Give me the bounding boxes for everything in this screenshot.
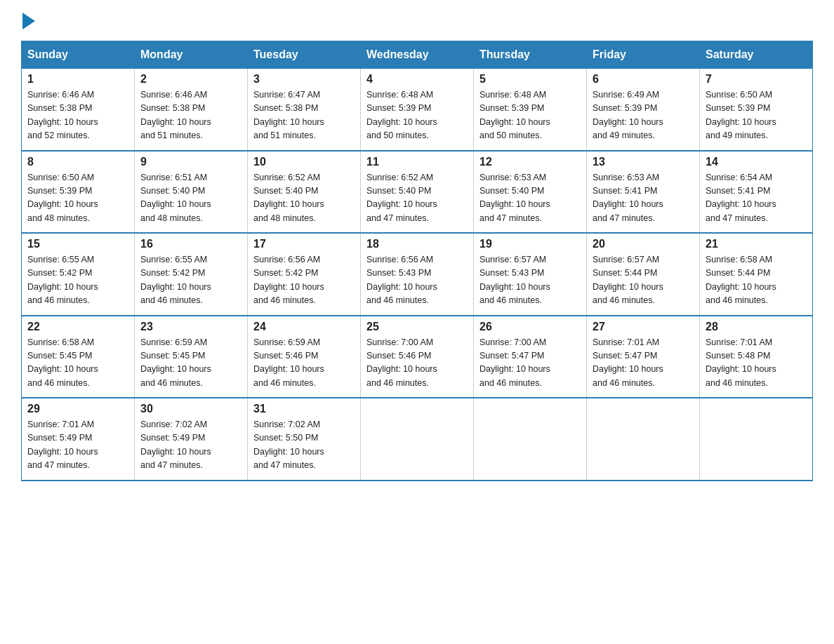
day-info: Sunrise: 6:52 AMSunset: 5:40 PMDaylight:… xyxy=(366,171,468,226)
day-info: Sunrise: 7:02 AMSunset: 5:49 PMDaylight:… xyxy=(140,418,241,473)
day-number: 12 xyxy=(479,156,581,168)
day-info: Sunrise: 6:53 AMSunset: 5:40 PMDaylight:… xyxy=(479,171,581,226)
header-row: Sunday Monday Tuesday Wednesday Thursday… xyxy=(22,41,813,69)
day-number: 31 xyxy=(253,403,355,415)
calendar-cell: 7 Sunrise: 6:50 AMSunset: 5:39 PMDayligh… xyxy=(700,69,813,151)
day-info: Sunrise: 6:59 AMSunset: 5:46 PMDaylight:… xyxy=(253,336,355,391)
day-info: Sunrise: 6:51 AMSunset: 5:40 PMDaylight:… xyxy=(140,171,241,226)
day-info: Sunrise: 6:50 AMSunset: 5:39 PMDaylight:… xyxy=(706,88,807,143)
logo-arrow-icon xyxy=(22,13,35,29)
day-number: 7 xyxy=(706,73,807,86)
day-number: 9 xyxy=(140,156,241,168)
day-info: Sunrise: 6:55 AMSunset: 5:42 PMDaylight:… xyxy=(140,253,241,308)
day-number: 30 xyxy=(140,403,241,415)
calendar-cell xyxy=(361,398,474,481)
day-info: Sunrise: 6:46 AMSunset: 5:38 PMDaylight:… xyxy=(27,88,128,143)
day-number: 19 xyxy=(479,238,581,250)
calendar-cell: 31 Sunrise: 7:02 AMSunset: 5:50 PMDaylig… xyxy=(248,398,361,481)
day-info: Sunrise: 6:58 AMSunset: 5:44 PMDaylight:… xyxy=(706,253,807,308)
calendar-cell: 27 Sunrise: 7:01 AMSunset: 5:47 PMDaylig… xyxy=(587,316,700,398)
day-number: 10 xyxy=(253,156,355,168)
calendar-week-row: 15 Sunrise: 6:55 AMSunset: 5:42 PMDaylig… xyxy=(22,233,813,316)
day-number: 1 xyxy=(27,73,128,86)
page-header xyxy=(21,14,813,28)
day-info: Sunrise: 7:01 AMSunset: 5:47 PMDaylight:… xyxy=(593,336,694,391)
day-info: Sunrise: 6:56 AMSunset: 5:43 PMDaylight:… xyxy=(366,253,468,308)
calendar-cell: 16 Sunrise: 6:55 AMSunset: 5:42 PMDaylig… xyxy=(135,233,248,316)
calendar-cell xyxy=(700,398,813,481)
calendar-cell: 4 Sunrise: 6:48 AMSunset: 5:39 PMDayligh… xyxy=(361,69,474,151)
calendar-week-row: 29 Sunrise: 7:01 AMSunset: 5:49 PMDaylig… xyxy=(22,398,813,481)
calendar-cell: 5 Sunrise: 6:48 AMSunset: 5:39 PMDayligh… xyxy=(474,69,587,151)
day-info: Sunrise: 6:48 AMSunset: 5:39 PMDaylight:… xyxy=(479,88,581,143)
calendar-cell: 1 Sunrise: 6:46 AMSunset: 5:38 PMDayligh… xyxy=(22,69,135,151)
day-number: 29 xyxy=(27,403,128,415)
day-info: Sunrise: 7:00 AMSunset: 5:47 PMDaylight:… xyxy=(479,336,581,391)
calendar-cell: 19 Sunrise: 6:57 AMSunset: 5:43 PMDaylig… xyxy=(474,233,587,316)
day-number: 15 xyxy=(27,238,128,250)
calendar-body: 1 Sunrise: 6:46 AMSunset: 5:38 PMDayligh… xyxy=(22,69,813,481)
calendar-cell: 8 Sunrise: 6:50 AMSunset: 5:39 PMDayligh… xyxy=(22,151,135,234)
calendar-cell: 18 Sunrise: 6:56 AMSunset: 5:43 PMDaylig… xyxy=(361,233,474,316)
calendar-cell: 21 Sunrise: 6:58 AMSunset: 5:44 PMDaylig… xyxy=(700,233,813,316)
day-info: Sunrise: 6:59 AMSunset: 5:45 PMDaylight:… xyxy=(140,336,241,391)
day-info: Sunrise: 6:46 AMSunset: 5:38 PMDaylight:… xyxy=(140,88,241,143)
day-number: 25 xyxy=(366,321,468,333)
calendar-cell: 2 Sunrise: 6:46 AMSunset: 5:38 PMDayligh… xyxy=(135,69,248,151)
calendar-cell: 20 Sunrise: 6:57 AMSunset: 5:44 PMDaylig… xyxy=(587,233,700,316)
day-number: 5 xyxy=(479,73,581,86)
day-number: 3 xyxy=(253,73,355,86)
col-saturday: Saturday xyxy=(700,41,813,69)
day-number: 4 xyxy=(366,73,468,86)
day-info: Sunrise: 6:48 AMSunset: 5:39 PMDaylight:… xyxy=(366,88,468,143)
day-info: Sunrise: 6:55 AMSunset: 5:42 PMDaylight:… xyxy=(27,253,128,308)
calendar-cell: 12 Sunrise: 6:53 AMSunset: 5:40 PMDaylig… xyxy=(474,151,587,234)
day-info: Sunrise: 6:52 AMSunset: 5:40 PMDaylight:… xyxy=(253,171,355,226)
calendar-cell: 30 Sunrise: 7:02 AMSunset: 5:49 PMDaylig… xyxy=(135,398,248,481)
day-number: 6 xyxy=(593,73,694,86)
calendar-cell: 22 Sunrise: 6:58 AMSunset: 5:45 PMDaylig… xyxy=(22,316,135,398)
col-friday: Friday xyxy=(587,41,700,69)
day-info: Sunrise: 6:58 AMSunset: 5:45 PMDaylight:… xyxy=(27,336,128,391)
col-monday: Monday xyxy=(135,41,248,69)
day-number: 21 xyxy=(706,238,807,250)
day-number: 14 xyxy=(706,156,807,168)
calendar-cell: 24 Sunrise: 6:59 AMSunset: 5:46 PMDaylig… xyxy=(248,316,361,398)
calendar-table: Sunday Monday Tuesday Wednesday Thursday… xyxy=(21,41,813,481)
calendar-cell: 9 Sunrise: 6:51 AMSunset: 5:40 PMDayligh… xyxy=(135,151,248,234)
day-number: 11 xyxy=(366,156,468,168)
day-number: 2 xyxy=(140,73,241,86)
day-info: Sunrise: 7:01 AMSunset: 5:49 PMDaylight:… xyxy=(27,418,128,473)
calendar-cell xyxy=(587,398,700,481)
day-number: 27 xyxy=(593,321,694,333)
col-sunday: Sunday xyxy=(22,41,135,69)
calendar-cell: 11 Sunrise: 6:52 AMSunset: 5:40 PMDaylig… xyxy=(361,151,474,234)
calendar-cell: 13 Sunrise: 6:53 AMSunset: 5:41 PMDaylig… xyxy=(587,151,700,234)
calendar-cell: 15 Sunrise: 6:55 AMSunset: 5:42 PMDaylig… xyxy=(22,233,135,316)
day-info: Sunrise: 6:49 AMSunset: 5:39 PMDaylight:… xyxy=(593,88,694,143)
day-number: 24 xyxy=(253,321,355,333)
day-number: 23 xyxy=(140,321,241,333)
calendar-cell: 26 Sunrise: 7:00 AMSunset: 5:47 PMDaylig… xyxy=(474,316,587,398)
day-info: Sunrise: 6:50 AMSunset: 5:39 PMDaylight:… xyxy=(27,171,128,226)
day-info: Sunrise: 6:54 AMSunset: 5:41 PMDaylight:… xyxy=(706,171,807,226)
day-info: Sunrise: 6:56 AMSunset: 5:42 PMDaylight:… xyxy=(253,253,355,308)
day-number: 16 xyxy=(140,238,241,250)
logo xyxy=(21,14,35,28)
day-info: Sunrise: 6:47 AMSunset: 5:38 PMDaylight:… xyxy=(253,88,355,143)
day-info: Sunrise: 6:53 AMSunset: 5:41 PMDaylight:… xyxy=(593,171,694,226)
day-info: Sunrise: 6:57 AMSunset: 5:43 PMDaylight:… xyxy=(479,253,581,308)
day-number: 20 xyxy=(593,238,694,250)
calendar-cell: 3 Sunrise: 6:47 AMSunset: 5:38 PMDayligh… xyxy=(248,69,361,151)
calendar-cell: 10 Sunrise: 6:52 AMSunset: 5:40 PMDaylig… xyxy=(248,151,361,234)
calendar-week-row: 22 Sunrise: 6:58 AMSunset: 5:45 PMDaylig… xyxy=(22,316,813,398)
day-number: 18 xyxy=(366,238,468,250)
col-tuesday: Tuesday xyxy=(248,41,361,69)
day-info: Sunrise: 7:02 AMSunset: 5:50 PMDaylight:… xyxy=(253,418,355,473)
calendar-cell: 28 Sunrise: 7:01 AMSunset: 5:48 PMDaylig… xyxy=(700,316,813,398)
day-number: 8 xyxy=(27,156,128,168)
calendar-cell: 23 Sunrise: 6:59 AMSunset: 5:45 PMDaylig… xyxy=(135,316,248,398)
calendar-cell: 17 Sunrise: 6:56 AMSunset: 5:42 PMDaylig… xyxy=(248,233,361,316)
col-wednesday: Wednesday xyxy=(361,41,474,69)
col-thursday: Thursday xyxy=(474,41,587,69)
